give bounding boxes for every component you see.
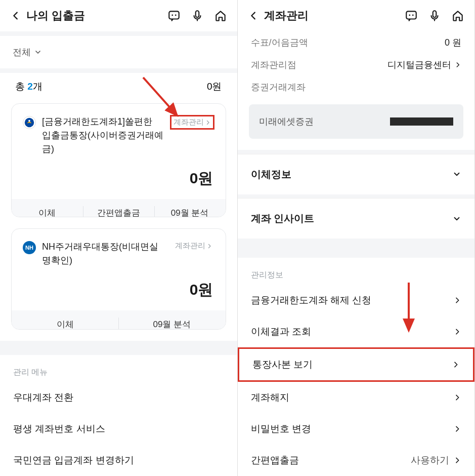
mgmt-section-label: 관리정보 [238, 258, 475, 285]
back-icon[interactable] [248, 10, 259, 21]
balance: 0원 [12, 156, 226, 199]
filter-label: 전체 [13, 46, 31, 58]
page-title: 계좌관리 [264, 8, 400, 23]
home-icon[interactable] [214, 9, 227, 22]
menu-pension-account[interactable]: 국민연금 입금계좌 변경하기 [0, 445, 237, 476]
svg-rect-7 [406, 11, 416, 19]
menu-text: 평생 계좌번호 서비스 [13, 422, 105, 435]
mic-icon[interactable] [191, 9, 204, 22]
mgmt-limit-release[interactable]: 금융거래한도계좌 해제 신청 [238, 285, 475, 316]
transfer-button[interactable]: 이체 [12, 310, 118, 330]
chevron-right-icon [206, 243, 212, 249]
svg-rect-10 [433, 11, 437, 17]
chevron-down-icon [452, 214, 461, 223]
svg-point-5 [28, 120, 30, 122]
mgmt-close-account[interactable]: 계좌해지 [238, 382, 475, 413]
menu-text: 우대계좌 전환 [13, 391, 73, 404]
menu-text: 이체결과 조회 [251, 325, 311, 338]
chevron-right-icon [454, 61, 461, 68]
chevron-right-icon [453, 393, 461, 402]
chatbot-icon[interactable] [167, 9, 181, 22]
back-icon[interactable] [10, 10, 21, 21]
account-manage-link[interactable]: 계좌관리 [170, 115, 214, 130]
summary: 총 2개 0원 [0, 73, 237, 103]
home-icon[interactable] [451, 9, 464, 22]
account-card: [금융거래한도계좌1]쏠편한 입출금통장(사이버증권거래예금) 계좌관리 0원 … [11, 103, 226, 217]
svg-point-9 [412, 15, 414, 16]
redacted-bar [390, 117, 453, 126]
account-card: NH NH주거래우대통장(비대면실명확인) 계좌관리 0원 이체 09월 분석 [11, 228, 226, 330]
transfer-button[interactable]: 이체 [12, 199, 83, 217]
chevron-right-icon [452, 361, 460, 369]
header: 나의 입출금 [0, 0, 237, 31]
account-insight-expander[interactable]: 계좌 인사이트 [238, 198, 475, 239]
menu-prime-account[interactable]: 우대계좌 전환 [0, 382, 237, 413]
chatbot-icon[interactable] [405, 9, 418, 22]
chevron-right-icon [453, 425, 461, 433]
header: 계좌관리 [238, 0, 475, 31]
menu-text: 비밀번호 변경 [251, 422, 311, 435]
chevron-right-icon [453, 456, 461, 464]
account-name: [금융거래한도계좌1]쏠편한 입출금통장(사이버증권거래예금) [42, 115, 164, 156]
mgmt-label: 계좌관리 [174, 117, 204, 127]
info-value: 디지털금융센터 [387, 59, 451, 71]
menu-lifetime-account[interactable]: 평생 계좌번호 서비스 [0, 413, 237, 445]
chevron-right-icon [453, 328, 461, 336]
page-title: 나의 입출금 [26, 8, 162, 23]
expander-label: 이체정보 [251, 168, 291, 181]
info-row-branch[interactable]: 계좌관리점 디지털금융센터 [238, 54, 475, 76]
expander-label: 계좌 인사이트 [251, 212, 315, 225]
svg-point-2 [175, 15, 176, 16]
bank-logo-shinhan [23, 116, 36, 129]
total-count: 2 [27, 81, 33, 92]
menu-text: 통장사본 보기 [252, 358, 313, 371]
transfer-info-expander[interactable]: 이체정보 [238, 154, 475, 194]
menu-section-label: 관리 메뉴 [0, 355, 237, 382]
info-row-securities: 증권거래계좌 [238, 76, 475, 98]
info-key: 계좌관리점 [251, 59, 296, 71]
total-pre: 총 [15, 81, 27, 92]
mic-icon[interactable] [428, 9, 441, 22]
mgmt-quick-withdraw[interactable]: 간편앱출금 사용하기 [238, 445, 475, 476]
mgmt-transfer-result[interactable]: 이체결과 조회 [238, 316, 475, 347]
svg-point-1 [171, 15, 173, 16]
bank-logo-nh: NH [23, 241, 36, 254]
total-amount: 0원 [207, 80, 222, 93]
info-key: 증권거래계좌 [251, 81, 306, 93]
info-key: 수표/어음금액 [251, 36, 308, 49]
mgmt-change-password[interactable]: 비밀번호 변경 [238, 413, 475, 445]
info-value: 0 원 [445, 36, 461, 49]
menu-text: 계좌해지 [251, 391, 289, 404]
left-pane: 나의 입출금 전체 총 2개 0원 [0, 0, 238, 476]
filter-dropdown[interactable]: 전체 [0, 36, 237, 68]
chevron-down-icon [452, 170, 461, 179]
account-manage-link[interactable]: 계좌관리 [173, 240, 214, 252]
menu-text: 간편앱출금 [251, 454, 299, 467]
mgmt-label: 계좌관리 [175, 241, 205, 251]
total-post: 개 [33, 81, 42, 92]
mgmt-bankbook-copy[interactable]: 통장사본 보기 [238, 347, 475, 382]
info-row-check-amount: 수표/어음금액 0 원 [238, 31, 475, 54]
quick-withdraw-button[interactable]: 간편앱출금 [83, 199, 154, 217]
analysis-button[interactable]: 09월 분석 [154, 199, 226, 217]
analysis-button[interactable]: 09월 분석 [118, 310, 225, 330]
right-pane: 계좌관리 수표/어음금액 0 원 계좌관리점 디지털금융센터 증권거래계좌 미래… [238, 0, 476, 476]
securities-name: 미래에셋증권 [259, 115, 314, 128]
chevron-right-icon [205, 120, 211, 126]
svg-point-8 [409, 15, 410, 16]
svg-rect-3 [195, 11, 199, 17]
menu-action-text: 사용하기 [411, 454, 449, 467]
menu-text: 국민연금 입금계좌 변경하기 [13, 454, 134, 467]
svg-rect-0 [169, 11, 179, 19]
chevron-down-icon [34, 48, 42, 56]
chevron-right-icon [453, 296, 461, 304]
balance: 0원 [12, 267, 226, 310]
menu-text: 금융거래한도계좌 해제 신청 [251, 294, 372, 307]
account-name: NH주거래우대통장(비대면실명확인) [42, 240, 167, 267]
securities-box: 미래에셋증권 [249, 104, 464, 139]
